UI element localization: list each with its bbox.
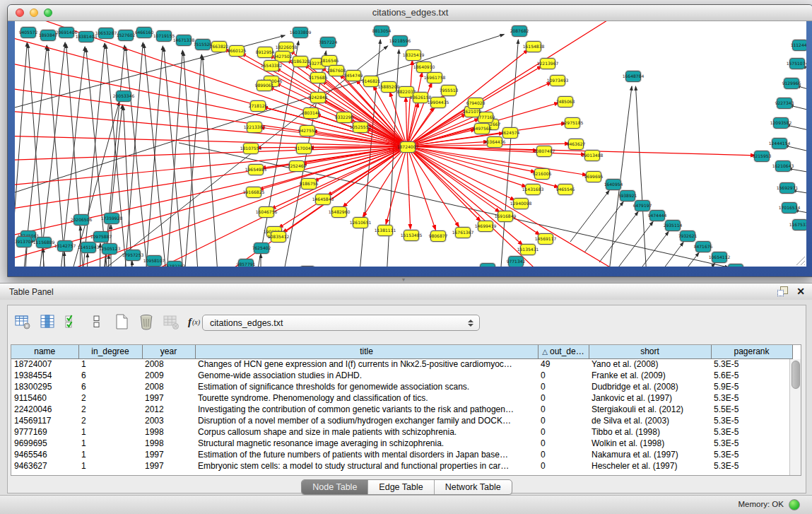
graph-node[interactable]: 19218596	[392, 35, 408, 47]
graph-node[interactable]: 9474444	[649, 210, 665, 221]
table-cell[interactable]: Disruption of a novel member of a sodium…	[195, 415, 538, 426]
table-cell[interactable]: 14569117	[11, 415, 78, 426]
table-cell[interactable]: 1998	[142, 426, 195, 438]
graph-node[interactable]: 14699419	[478, 221, 493, 232]
table-cell[interactable]: 5.6E-5	[711, 370, 792, 381]
graph-node[interactable]: 16154838	[526, 41, 541, 52]
table-selector-dropdown[interactable]: citations_edges.txt	[202, 315, 480, 331]
table-cell[interactable]: Investigating the contribution of common…	[195, 404, 538, 415]
table-cell[interactable]: Embryonic stem cells: a model to study s…	[195, 460, 538, 472]
rows-icon[interactable]	[88, 313, 106, 331]
graph-node[interactable]: 9427552	[300, 125, 315, 136]
table-cell[interactable]: 1	[78, 438, 142, 449]
graph-node[interactable]: 16648784	[625, 71, 641, 82]
graph-node[interactable]: 8454749	[346, 70, 361, 81]
table-cell[interactable]: 1	[78, 426, 142, 438]
graph-node[interactable]: 10719155	[156, 30, 172, 42]
graph-node[interactable]: 2718126	[250, 100, 266, 112]
table-cell[interactable]: Structural magnetic resonance image aver…	[195, 438, 538, 449]
table-cell[interactable]: Wolkin et al. (1998)	[589, 438, 711, 449]
table-cell[interactable]: Yano et al. (2008)	[589, 358, 711, 370]
table-cell[interactable]: 2008	[142, 358, 195, 370]
table-cell[interactable]: 19384554	[11, 370, 78, 381]
graph-node[interactable]: 15751074	[789, 58, 805, 69]
table-row[interactable]: 969969511998Structural magnetic resonanc…	[11, 438, 792, 449]
column-header-short[interactable]: short	[589, 345, 711, 358]
graph-node[interactable]: 9242848	[310, 92, 326, 103]
graph-node[interactable]: 10958107	[146, 255, 162, 267]
table-cell[interactable]: 0	[538, 392, 589, 404]
graph-node[interactable]: 2087682	[512, 25, 527, 37]
graph-node[interactable]: 12505123	[102, 243, 117, 255]
table-cell[interactable]: 5.3E-5	[711, 438, 792, 449]
table-cell[interactable]: Jankovic et al. (1997)	[589, 392, 711, 404]
checklist-icon[interactable]	[63, 313, 81, 331]
graph-node[interactable]: 12093582	[773, 117, 789, 129]
table-cell[interactable]: 5.3E-5	[711, 449, 792, 460]
graph-node[interactable]: 9857791	[238, 259, 254, 267]
graph-node[interactable]: 9332296	[336, 112, 352, 123]
graph-node[interactable]: 6794028	[468, 98, 483, 109]
graph-node[interactable]: 6497568	[474, 123, 490, 134]
graph-node[interactable]: 10835412	[271, 231, 286, 243]
table-cell[interactable]: 6	[78, 370, 142, 381]
table-row[interactable]: 911546021997Tourette syndrome. Phenomeno…	[11, 392, 792, 404]
graph-node[interactable]: 2935114	[665, 220, 681, 231]
graph-node[interactable]: 9175685	[310, 72, 326, 83]
graph-node[interactable]: 6466160	[136, 27, 152, 38]
graph-node[interactable]: 10525551	[353, 122, 368, 133]
column-header-title[interactable]: title	[195, 345, 538, 358]
table-cell[interactable]: 0	[538, 370, 589, 381]
graph-node[interactable]: 3624574	[502, 127, 518, 139]
table-cell[interactable]: 18724007	[11, 358, 78, 370]
graph-node[interactable]: 18724007	[400, 141, 416, 153]
graph-node[interactable]: 8186328	[293, 56, 308, 67]
graph-node[interactable]: 16561234	[480, 263, 495, 267]
column-header-pagerank[interactable]: pagerank	[711, 345, 792, 358]
graph-node[interactable]: 19904435	[430, 97, 446, 108]
graph-node[interactable]: 20053346	[116, 90, 131, 102]
table-cell[interactable]: 1	[78, 460, 142, 472]
graph-node[interactable]: 9129966	[784, 78, 799, 89]
network-canvas[interactable]: 9405572189384720691406183814031065328715…	[15, 21, 806, 267]
table-cell[interactable]: Estimation of the future numbers of pati…	[195, 449, 538, 460]
graph-node[interactable]: 8290674	[300, 266, 315, 267]
graph-node[interactable]: 12213383	[247, 122, 262, 133]
table-cell[interactable]: 9777169	[11, 426, 78, 438]
column-visibility-icon[interactable]	[38, 313, 57, 331]
table-row[interactable]: 2242004622012Investigating the contribut…	[11, 404, 792, 415]
table-cell[interactable]: 5.5E-5	[711, 404, 792, 415]
graph-node[interactable]: 9186756	[301, 178, 317, 189]
table-cell[interactable]: 0	[538, 449, 589, 460]
table-cell[interactable]: 0	[538, 381, 589, 392]
tab-network-table[interactable]: Network Table	[435, 480, 512, 494]
graph-node[interactable]: 16782753	[167, 261, 182, 267]
table-row[interactable]: 1872400712008Changes of HCN gene express…	[11, 358, 792, 370]
graph-node[interactable]: 10653287	[98, 28, 114, 39]
graph-node[interactable]: 13142757	[57, 240, 73, 252]
table-cell[interactable]: de Silva et al. (2003)	[589, 415, 711, 426]
graph-node[interactable]: 18325419	[406, 49, 421, 61]
trash-icon[interactable]	[137, 313, 155, 331]
column-header-out_de[interactable]: △out_de…	[538, 345, 589, 358]
graph-node[interactable]: 12940098	[513, 198, 529, 209]
table-cell[interactable]: 5.3E-5	[711, 415, 792, 426]
table-cell[interactable]: 1997	[142, 449, 195, 460]
table-cell[interactable]: 49	[538, 358, 589, 370]
graph-node[interactable]: 16033809	[293, 27, 308, 38]
table-cell[interactable]: 2	[78, 404, 142, 415]
column-header-name[interactable]: name	[11, 345, 78, 358]
graph-node[interactable]: 9699695	[586, 171, 601, 182]
table-row[interactable]: 946362711997Embryonic stem cells: a mode…	[11, 460, 792, 472]
graph-node[interactable]: 15885209	[381, 81, 396, 93]
graph-node[interactable]: 12213967	[540, 58, 555, 69]
graph-node[interactable]: 2803144	[303, 107, 319, 119]
graph-node[interactable]: 8215953	[754, 151, 770, 162]
graph-node[interactable]: 9660125	[229, 45, 245, 57]
graph-node[interactable]: 8912954	[257, 47, 273, 58]
table-cell[interactable]: 0	[538, 426, 589, 438]
graph-node[interactable]: 11156889	[36, 237, 52, 248]
graph-node[interactable]: 11431683	[525, 184, 541, 195]
graph-node[interactable]: 17359928	[104, 213, 119, 224]
split-pane-divider[interactable]: ▾	[0, 276, 812, 283]
